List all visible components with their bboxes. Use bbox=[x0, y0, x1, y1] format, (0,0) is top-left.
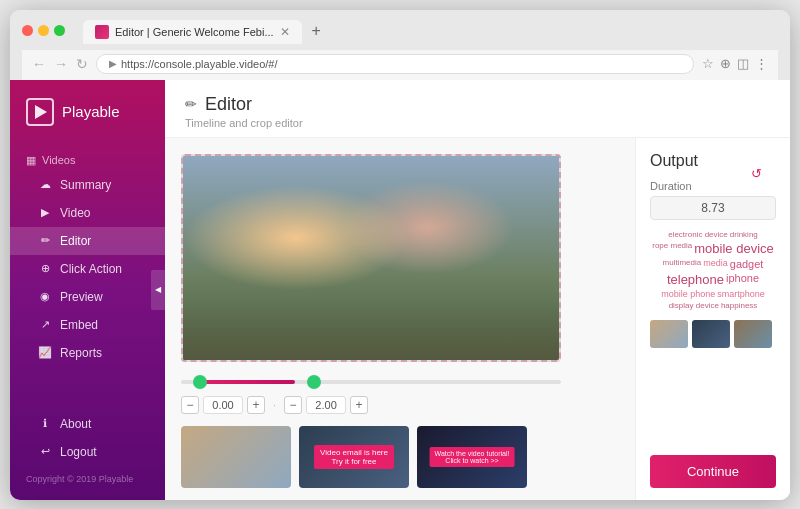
sidebar-collapse-button[interactable]: ◀ bbox=[151, 270, 165, 310]
tags-cloud: electronic device drinking rope media mo… bbox=[650, 230, 776, 310]
extensions-icon[interactable]: ◫ bbox=[737, 56, 749, 71]
click-action-icon: ⊕ bbox=[38, 262, 52, 275]
collapse-icon: ◀ bbox=[155, 285, 161, 294]
thumbnail-2-overlay: Video email is hereTry it for free bbox=[314, 445, 394, 469]
forward-button[interactable]: → bbox=[54, 56, 68, 72]
timeline-start-handle[interactable] bbox=[193, 375, 207, 389]
click-action-label: Click Action bbox=[60, 262, 122, 276]
logout-label: Logout bbox=[60, 445, 97, 459]
output-thumb-3[interactable] bbox=[734, 320, 772, 348]
tag-mobile-phone: mobile phone bbox=[661, 289, 715, 299]
thumbnail-3-overlay: Watch the video tutorial!Click to watch … bbox=[430, 447, 515, 467]
time-separator: · bbox=[273, 399, 276, 411]
tab-close-button[interactable]: ✕ bbox=[280, 25, 290, 39]
video-frame bbox=[183, 156, 559, 360]
reload-button[interactable]: ↻ bbox=[76, 56, 88, 72]
tag-smartphone: smartphone bbox=[717, 289, 765, 299]
sidebar-item-about[interactable]: ℹ About bbox=[10, 410, 165, 438]
reports-label: Reports bbox=[60, 346, 102, 360]
pencil-icon: ✏ bbox=[185, 96, 197, 112]
tab-bar: Editor | Generic Welcome Febi... ✕ + bbox=[83, 18, 329, 44]
end-time-value[interactable]: 2.00 bbox=[306, 396, 346, 414]
back-button[interactable]: ← bbox=[32, 56, 46, 72]
thumbnail-1-image bbox=[181, 426, 291, 488]
summary-icon: ☁ bbox=[38, 178, 52, 191]
secure-icon: ▶ bbox=[109, 58, 117, 69]
browser-chrome: Editor | Generic Welcome Febi... ✕ + ← →… bbox=[10, 10, 790, 80]
output-thumbnails bbox=[650, 320, 776, 348]
continue-button[interactable]: Continue bbox=[650, 455, 776, 488]
videos-section-label: Videos bbox=[42, 154, 75, 166]
app-container: ◀ Playable ▦ Videos ☁ Summary ▶ bbox=[10, 80, 790, 500]
browser-actions: ☆ ⊕ ◫ ⋮ bbox=[702, 56, 768, 71]
tab-title: Editor | Generic Welcome Febi... bbox=[115, 26, 274, 38]
timeline-track-container bbox=[181, 374, 561, 390]
start-increment-button[interactable]: + bbox=[247, 396, 265, 414]
output-thumb-1[interactable] bbox=[650, 320, 688, 348]
address-bar-row: ← → ↻ ▶ https://console.playable.video/#… bbox=[22, 50, 778, 80]
url-text: https://console.playable.video/#/ bbox=[121, 58, 278, 70]
sidebar: ◀ Playable ▦ Videos ☁ Summary ▶ bbox=[10, 80, 165, 500]
editor-icon: ✏ bbox=[38, 234, 52, 247]
logo-text: Playable bbox=[62, 103, 120, 120]
sidebar-item-summary[interactable]: ☁ Summary bbox=[10, 171, 165, 199]
new-tab-button[interactable]: + bbox=[304, 18, 329, 44]
editor-main: − 0.00 + · − 2.00 + bbox=[165, 138, 635, 500]
sidebar-bottom: ℹ About ↩ Logout Copyright © 2019 Playab… bbox=[10, 410, 165, 500]
close-button[interactable] bbox=[22, 25, 33, 36]
logo-icon bbox=[26, 98, 54, 126]
timeline-end-handle[interactable] bbox=[307, 375, 321, 389]
content-area: − 0.00 + · − 2.00 + bbox=[165, 138, 790, 500]
bookmark-icon[interactable]: ☆ bbox=[702, 56, 714, 71]
account-icon[interactable]: ⊕ bbox=[720, 56, 731, 71]
thumbnail-3[interactable]: Watch the video tutorial!Click to watch … bbox=[417, 426, 527, 488]
preview-label: Preview bbox=[60, 290, 103, 304]
end-decrement-button[interactable]: − bbox=[284, 396, 302, 414]
address-bar[interactable]: ▶ https://console.playable.video/#/ bbox=[96, 54, 694, 74]
tag-rope-media: rope media bbox=[652, 241, 692, 256]
sidebar-item-logout[interactable]: ↩ Logout bbox=[10, 438, 165, 466]
sidebar-item-embed[interactable]: ↗ Embed bbox=[10, 311, 165, 339]
tag-gadget: gadget bbox=[730, 258, 764, 270]
tag-telephone: telephone bbox=[667, 272, 724, 287]
embed-icon: ↗ bbox=[38, 318, 52, 331]
traffic-lights bbox=[22, 25, 65, 36]
duration-value: 8.73 bbox=[650, 196, 776, 220]
sidebar-item-preview[interactable]: ◉ Preview bbox=[10, 283, 165, 311]
video-label: Video bbox=[60, 206, 90, 220]
thumbnail-2[interactable]: Video email is hereTry it for free bbox=[299, 426, 409, 488]
thumbnail-1[interactable] bbox=[181, 426, 291, 488]
tag-iphone: iphone bbox=[726, 272, 759, 287]
duration-label: Duration bbox=[650, 180, 776, 192]
summary-label: Summary bbox=[60, 178, 111, 192]
timeline-progress bbox=[200, 380, 295, 384]
active-tab[interactable]: Editor | Generic Welcome Febi... ✕ bbox=[83, 20, 302, 44]
thumbnails-row: Video email is hereTry it for free Watch… bbox=[181, 426, 619, 488]
video-content bbox=[183, 156, 559, 360]
menu-icon[interactable]: ⋮ bbox=[755, 56, 768, 71]
minimize-button[interactable] bbox=[38, 25, 49, 36]
sidebar-item-editor[interactable]: ✏ Editor bbox=[10, 227, 165, 255]
sidebar-item-video[interactable]: ▶ Video bbox=[10, 199, 165, 227]
sidebar-item-click-action[interactable]: ⊕ Click Action bbox=[10, 255, 165, 283]
embed-label: Embed bbox=[60, 318, 98, 332]
page-title: Editor bbox=[205, 94, 252, 115]
videos-section-icon: ▦ bbox=[26, 154, 36, 167]
maximize-button[interactable] bbox=[54, 25, 65, 36]
start-time-value[interactable]: 0.00 bbox=[203, 396, 243, 414]
sidebar-item-reports[interactable]: 📈 Reports bbox=[10, 339, 165, 367]
tag-mobile-device: mobile device bbox=[694, 241, 774, 256]
tag-display-device: display device bbox=[669, 301, 719, 310]
output-thumb-2[interactable] bbox=[692, 320, 730, 348]
refresh-icon[interactable]: ↺ bbox=[751, 166, 762, 181]
start-decrement-button[interactable]: − bbox=[181, 396, 199, 414]
about-icon: ℹ bbox=[38, 417, 52, 430]
browser-controls: Editor | Generic Welcome Febi... ✕ + bbox=[22, 18, 778, 44]
reports-icon: 📈 bbox=[38, 346, 52, 359]
end-increment-button[interactable]: + bbox=[350, 396, 368, 414]
logo-play-icon bbox=[35, 105, 47, 119]
video-icon: ▶ bbox=[38, 206, 52, 219]
logout-icon: ↩ bbox=[38, 445, 52, 458]
tag-electronic-device: electronic device bbox=[668, 230, 728, 239]
tag-multimedia: multimedia bbox=[663, 258, 702, 270]
